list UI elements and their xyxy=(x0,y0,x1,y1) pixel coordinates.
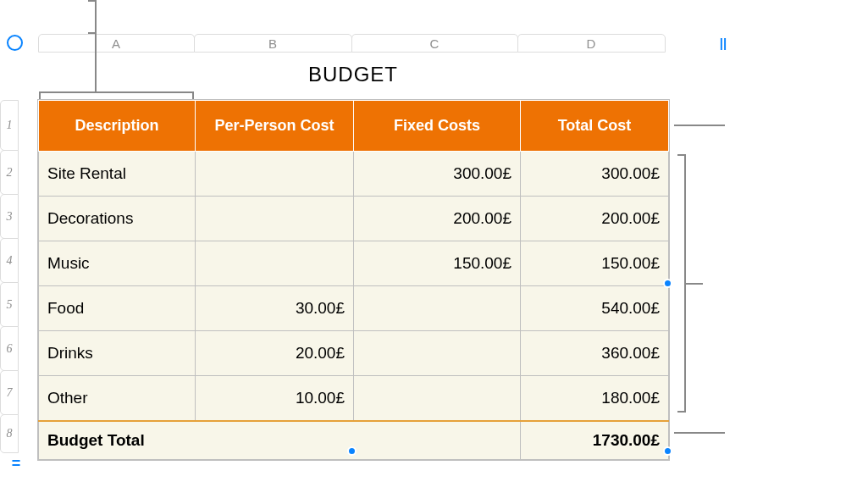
cell-fixed[interactable] xyxy=(354,286,521,331)
cell-per-person[interactable]: 10.00£ xyxy=(196,376,354,421)
cell-total[interactable]: 300.00£ xyxy=(521,152,669,197)
cell-desc[interactable]: Site Rental xyxy=(39,152,196,197)
cell-fixed[interactable] xyxy=(354,376,521,421)
cell-total[interactable]: 200.00£ xyxy=(521,197,669,241)
cell-total[interactable]: 150.00£ xyxy=(521,241,669,286)
cell-fixed[interactable]: 200.00£ xyxy=(354,197,521,241)
row-header-2[interactable]: 2 xyxy=(0,150,19,195)
callout-header-column xyxy=(39,91,194,93)
cell-total[interactable]: 180.00£ xyxy=(521,376,669,421)
add-columns-handle[interactable]: || xyxy=(714,33,733,52)
table-row: Other 10.00£ 180.00£ xyxy=(39,376,669,421)
cell-desc[interactable]: Other xyxy=(39,376,196,421)
cell-desc[interactable]: Drinks xyxy=(39,331,196,376)
header-per-person[interactable]: Per-Person Cost xyxy=(196,101,354,152)
header-fixed[interactable]: Fixed Costs xyxy=(354,101,521,152)
selection-handle[interactable] xyxy=(663,446,672,456)
cell-per-person[interactable] xyxy=(196,241,354,286)
header-total[interactable]: Total Cost xyxy=(521,101,669,152)
cell-total[interactable]: 540.00£ xyxy=(521,286,669,331)
row-header-4[interactable]: 4 xyxy=(0,238,19,283)
callout-footer-row xyxy=(674,432,725,434)
selection-handle[interactable] xyxy=(663,279,672,288)
footer-label[interactable]: Budget Total xyxy=(39,421,521,460)
cell-desc[interactable]: Music xyxy=(39,241,196,286)
cell-fixed[interactable]: 300.00£ xyxy=(354,152,521,197)
callout-header-row xyxy=(674,125,725,126)
cell-per-person[interactable]: 30.00£ xyxy=(196,286,354,331)
table-row: Food 30.00£ 540.00£ xyxy=(39,286,669,331)
cell-per-person[interactable] xyxy=(196,152,354,197)
column-header-B[interactable]: B xyxy=(194,34,352,53)
row-header-3[interactable]: 3 xyxy=(0,194,19,239)
table-row: Decorations 200.00£ 200.00£ xyxy=(39,197,669,241)
selection-handle[interactable] xyxy=(347,446,357,456)
table-title[interactable]: BUDGET xyxy=(38,63,668,86)
callout-top xyxy=(95,0,97,34)
budget-table: Description Per-Person Cost Fixed Costs … xyxy=(38,100,669,460)
column-header-C[interactable]: C xyxy=(351,34,518,53)
footer-total[interactable]: 1730.00£ xyxy=(521,421,669,460)
header-row: Description Per-Person Cost Fixed Costs … xyxy=(39,101,669,152)
row-header-7[interactable]: 7 xyxy=(0,370,19,415)
cell-per-person[interactable]: 20.00£ xyxy=(196,331,354,376)
row-header-8[interactable]: 8 xyxy=(0,414,19,453)
cell-fixed[interactable]: 150.00£ xyxy=(354,241,521,286)
cell-fixed[interactable] xyxy=(354,331,521,376)
row-header-1[interactable]: 1 xyxy=(0,100,19,151)
column-header-D[interactable]: D xyxy=(517,34,666,53)
cell-total[interactable]: 360.00£ xyxy=(521,331,669,376)
table-row: Music 150.00£ 150.00£ xyxy=(39,241,669,286)
row-header-5[interactable]: 5 xyxy=(0,282,19,327)
row-header-6[interactable]: 6 xyxy=(0,326,19,371)
cell-desc[interactable]: Decorations xyxy=(39,197,196,241)
table-row: Site Rental 300.00£ 300.00£ xyxy=(39,152,669,197)
formula-equals-button[interactable]: = xyxy=(7,454,25,473)
callout-body-rows xyxy=(684,154,686,413)
cell-desc[interactable]: Food xyxy=(39,286,196,331)
column-header-A[interactable]: A xyxy=(38,34,195,53)
header-description[interactable]: Description xyxy=(39,101,196,152)
table-row: Drinks 20.00£ 360.00£ xyxy=(39,331,669,376)
select-all-handle[interactable] xyxy=(7,35,23,51)
cell-per-person[interactable] xyxy=(196,197,354,241)
